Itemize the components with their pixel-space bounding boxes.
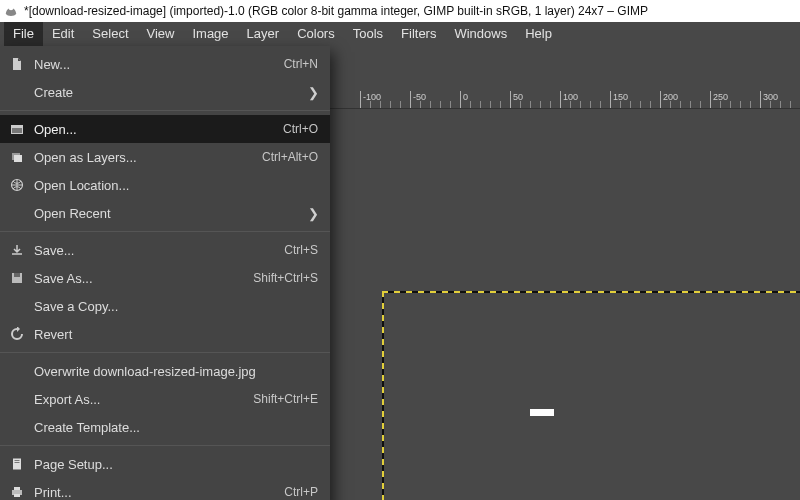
menu-item-accel: Ctrl+S [284,243,318,257]
menu-item-label: Overwrite download-resized-image.jpg [34,364,318,379]
menu-separator [0,445,330,446]
file-open[interactable]: Open... Ctrl+O [0,115,330,143]
work-area: -100-50050100150200250300350 New... Ctrl… [0,46,800,500]
menu-colors[interactable]: Colors [288,22,344,46]
file-new[interactable]: New... Ctrl+N [0,50,330,78]
svg-rect-11 [14,487,20,490]
file-print[interactable]: Print... Ctrl+P [0,478,330,500]
save-as-icon [8,269,26,287]
menu-image[interactable]: Image [183,22,237,46]
menu-item-accel: Shift+Ctrl+S [253,271,318,285]
file-save[interactable]: Save... Ctrl+S [0,236,330,264]
menu-item-accel: Shift+Ctrl+E [253,392,318,406]
svg-rect-1 [12,128,22,133]
file-save-copy[interactable]: Save a Copy... [0,292,330,320]
menu-separator [0,231,330,232]
layers-icon [8,148,26,166]
menu-select[interactable]: Select [83,22,137,46]
file-revert[interactable]: Revert [0,320,330,348]
menu-item-label: Open Location... [34,178,318,193]
file-open-location[interactable]: Open Location... [0,171,330,199]
file-export-as[interactable]: Export As... Shift+Ctrl+E [0,385,330,413]
file-create[interactable]: Create ❯ [0,78,330,106]
menu-item-accel: Ctrl+N [284,57,318,71]
blank-icon [8,297,26,315]
ruler-horizontal: -100-50050100150200250300350 [330,91,800,109]
menu-separator [0,352,330,353]
folder-image-icon [8,120,26,138]
svg-rect-12 [14,494,20,497]
window-title: *[download-resized-image] (imported)-1.0… [24,4,648,18]
menu-tools[interactable]: Tools [344,22,392,46]
menu-item-label: Page Setup... [34,457,318,472]
menu-item-accel: Ctrl+P [284,485,318,499]
menu-windows[interactable]: Windows [445,22,516,46]
menu-item-label: Save... [34,243,284,258]
gimp-app-icon [4,4,18,18]
blank-icon [8,362,26,380]
blank-icon [8,83,26,101]
menu-item-label: Save a Copy... [34,299,318,314]
chevron-right-icon: ❯ [308,85,318,100]
blank-icon [8,204,26,222]
file-page-setup[interactable]: Page Setup... [0,450,330,478]
blank-icon [8,390,26,408]
menu-view[interactable]: View [138,22,184,46]
globe-icon [8,176,26,194]
selection-marching-ants [382,291,800,500]
menu-item-accel: Ctrl+Alt+O [262,150,318,164]
menu-item-label: Open Recent [34,206,308,221]
menu-item-label: Print... [34,485,284,500]
svg-rect-9 [15,462,20,463]
file-open-recent[interactable]: Open Recent ❯ [0,199,330,227]
page-setup-icon [8,455,26,473]
menu-item-label: Export As... [34,392,253,407]
print-icon [8,483,26,500]
canvas-viewport[interactable] [330,109,800,500]
file-overwrite[interactable]: Overwrite download-resized-image.jpg [0,357,330,385]
menu-item-accel: Ctrl+O [283,122,318,136]
menu-filters[interactable]: Filters [392,22,445,46]
menu-bar: File Edit Select View Image Layer Colors… [0,22,800,46]
menu-item-label: Create Template... [34,420,318,435]
document-new-icon [8,55,26,73]
svg-rect-8 [15,460,20,461]
menu-layer[interactable]: Layer [238,22,289,46]
file-save-as[interactable]: Save As... Shift+Ctrl+S [0,264,330,292]
file-menu-dropdown: New... Ctrl+N Create ❯ Open... Ctrl+O Op… [0,46,330,500]
save-icon [8,241,26,259]
menu-file[interactable]: File [4,22,43,46]
svg-rect-3 [14,155,22,162]
menu-separator [0,110,330,111]
title-bar: *[download-resized-image] (imported)-1.0… [0,0,800,22]
menu-edit[interactable]: Edit [43,22,83,46]
file-create-template[interactable]: Create Template... [0,413,330,441]
menu-item-label: Open as Layers... [34,150,262,165]
menu-item-label: Revert [34,327,318,342]
canvas-image[interactable] [530,409,554,416]
menu-item-label: Save As... [34,271,253,286]
menu-help[interactable]: Help [516,22,561,46]
menu-item-label: Open... [34,122,283,137]
blank-icon [8,418,26,436]
svg-rect-6 [14,273,20,277]
menu-item-label: Create [34,85,308,100]
menu-item-label: New... [34,57,284,72]
file-open-as-layers[interactable]: Open as Layers... Ctrl+Alt+O [0,143,330,171]
revert-icon [8,325,26,343]
chevron-right-icon: ❯ [308,206,318,221]
